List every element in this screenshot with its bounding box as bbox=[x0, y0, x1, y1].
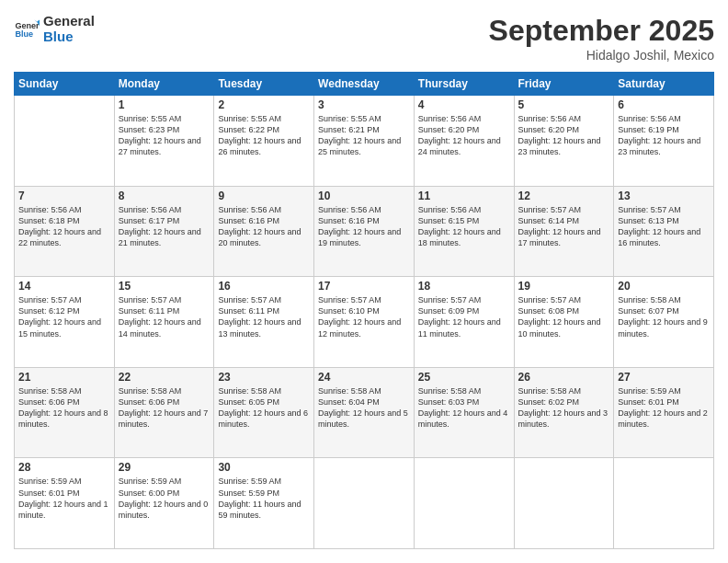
cell-info: Sunrise: 5:57 AMSunset: 6:09 PMDaylight:… bbox=[418, 294, 510, 339]
table-row: 9Sunrise: 5:56 AMSunset: 6:16 PMDaylight… bbox=[214, 186, 314, 277]
table-row: 7Sunrise: 5:56 AMSunset: 6:18 PMDaylight… bbox=[15, 186, 115, 277]
cell-info: Sunrise: 5:55 AMSunset: 6:21 PMDaylight:… bbox=[318, 113, 410, 158]
cell-info: Sunrise: 5:57 AMSunset: 6:11 PMDaylight:… bbox=[218, 294, 310, 339]
table-row: 2Sunrise: 5:55 AMSunset: 6:22 PMDaylight… bbox=[214, 96, 314, 187]
header: General Blue General Blue September 2025… bbox=[14, 14, 714, 63]
cell-info: Sunrise: 5:56 AMSunset: 6:20 PMDaylight:… bbox=[418, 113, 510, 158]
day-number: 25 bbox=[418, 371, 510, 384]
cell-info: Sunrise: 5:57 AMSunset: 6:13 PMDaylight:… bbox=[618, 204, 710, 249]
day-number: 24 bbox=[318, 371, 410, 384]
table-row: 1Sunrise: 5:55 AMSunset: 6:23 PMDaylight… bbox=[114, 96, 214, 187]
month-title: September 2025 bbox=[489, 14, 714, 48]
cell-info: Sunrise: 5:57 AMSunset: 6:10 PMDaylight:… bbox=[318, 294, 410, 339]
cell-info: Sunrise: 5:55 AMSunset: 6:22 PMDaylight:… bbox=[218, 113, 310, 158]
svg-text:General: General bbox=[15, 20, 40, 29]
day-number: 21 bbox=[18, 371, 110, 384]
day-number: 13 bbox=[618, 190, 710, 202]
day-number: 29 bbox=[119, 461, 210, 474]
table-row: 4Sunrise: 5:56 AMSunset: 6:20 PMDaylight… bbox=[414, 96, 514, 187]
cell-info: Sunrise: 5:56 AMSunset: 6:20 PMDaylight:… bbox=[518, 113, 610, 158]
day-number: 1 bbox=[119, 98, 210, 111]
cell-info: Sunrise: 5:55 AMSunset: 6:23 PMDaylight:… bbox=[119, 113, 210, 158]
calendar-week-row: 1Sunrise: 5:55 AMSunset: 6:23 PMDaylight… bbox=[15, 96, 714, 187]
logo-blue: Blue bbox=[43, 29, 95, 45]
col-monday: Monday bbox=[114, 73, 214, 96]
table-row: 19Sunrise: 5:57 AMSunset: 6:08 PMDayligh… bbox=[514, 277, 614, 368]
table-row: 30Sunrise: 5:59 AMSunset: 5:59 PMDayligh… bbox=[214, 458, 314, 549]
calendar-week-row: 28Sunrise: 5:59 AMSunset: 6:01 PMDayligh… bbox=[15, 458, 714, 549]
table-row bbox=[15, 96, 115, 187]
calendar-week-row: 7Sunrise: 5:56 AMSunset: 6:18 PMDaylight… bbox=[15, 186, 714, 277]
cell-info: Sunrise: 5:57 AMSunset: 6:12 PMDaylight:… bbox=[18, 294, 110, 339]
cell-info: Sunrise: 5:56 AMSunset: 6:17 PMDaylight:… bbox=[119, 204, 210, 249]
cell-info: Sunrise: 5:58 AMSunset: 6:05 PMDaylight:… bbox=[218, 385, 310, 431]
day-number: 12 bbox=[518, 190, 610, 202]
table-row: 18Sunrise: 5:57 AMSunset: 6:09 PMDayligh… bbox=[414, 277, 514, 368]
day-number: 28 bbox=[18, 461, 110, 474]
table-row: 22Sunrise: 5:58 AMSunset: 6:06 PMDayligh… bbox=[114, 367, 214, 458]
table-row bbox=[414, 458, 514, 549]
day-number: 2 bbox=[218, 98, 310, 111]
day-number: 19 bbox=[518, 280, 610, 293]
day-number: 9 bbox=[218, 190, 310, 202]
day-number: 14 bbox=[18, 280, 110, 293]
day-number: 4 bbox=[418, 98, 510, 111]
day-number: 22 bbox=[119, 371, 210, 384]
cell-info: Sunrise: 5:58 AMSunset: 6:06 PMDaylight:… bbox=[119, 385, 210, 431]
day-number: 16 bbox=[218, 280, 310, 293]
table-row: 15Sunrise: 5:57 AMSunset: 6:11 PMDayligh… bbox=[114, 277, 214, 368]
col-sunday: Sunday bbox=[15, 73, 115, 96]
calendar-week-row: 14Sunrise: 5:57 AMSunset: 6:12 PMDayligh… bbox=[15, 277, 714, 368]
cell-info: Sunrise: 5:58 AMSunset: 6:07 PMDaylight:… bbox=[618, 294, 710, 339]
col-friday: Friday bbox=[514, 73, 614, 96]
table-row: 16Sunrise: 5:57 AMSunset: 6:11 PMDayligh… bbox=[214, 277, 314, 368]
table-row bbox=[514, 458, 614, 549]
table-row bbox=[314, 458, 415, 549]
col-tuesday: Tuesday bbox=[214, 73, 314, 96]
calendar-week-row: 21Sunrise: 5:58 AMSunset: 6:06 PMDayligh… bbox=[15, 367, 714, 458]
page: General Blue General Blue September 2025… bbox=[0, 0, 728, 563]
day-number: 20 bbox=[618, 280, 710, 293]
table-row: 12Sunrise: 5:57 AMSunset: 6:14 PMDayligh… bbox=[514, 186, 614, 277]
day-number: 17 bbox=[318, 280, 410, 293]
day-number: 6 bbox=[618, 98, 710, 111]
cell-info: Sunrise: 5:59 AMSunset: 5:59 PMDaylight:… bbox=[218, 476, 310, 521]
cell-info: Sunrise: 5:58 AMSunset: 6:04 PMDaylight:… bbox=[318, 385, 410, 431]
table-row: 25Sunrise: 5:58 AMSunset: 6:03 PMDayligh… bbox=[414, 367, 514, 458]
day-number: 3 bbox=[318, 98, 410, 111]
cell-info: Sunrise: 5:56 AMSunset: 6:16 PMDaylight:… bbox=[318, 204, 410, 249]
cell-info: Sunrise: 5:58 AMSunset: 6:02 PMDaylight:… bbox=[518, 385, 610, 431]
day-number: 26 bbox=[518, 371, 610, 384]
table-row: 28Sunrise: 5:59 AMSunset: 6:01 PMDayligh… bbox=[15, 458, 115, 549]
table-row: 27Sunrise: 5:59 AMSunset: 6:01 PMDayligh… bbox=[614, 367, 714, 458]
svg-text:Blue: Blue bbox=[15, 29, 33, 39]
cell-info: Sunrise: 5:56 AMSunset: 6:18 PMDaylight:… bbox=[18, 204, 110, 249]
table-row: 29Sunrise: 5:59 AMSunset: 6:00 PMDayligh… bbox=[114, 458, 214, 549]
table-row: 21Sunrise: 5:58 AMSunset: 6:06 PMDayligh… bbox=[15, 367, 115, 458]
table-row: 3Sunrise: 5:55 AMSunset: 6:21 PMDaylight… bbox=[314, 96, 415, 187]
day-number: 30 bbox=[218, 461, 310, 474]
logo-general: General bbox=[43, 14, 95, 29]
location: Hidalgo Joshil, Mexico bbox=[489, 48, 714, 63]
day-number: 10 bbox=[318, 190, 410, 202]
cell-info: Sunrise: 5:59 AMSunset: 6:00 PMDaylight:… bbox=[119, 476, 210, 521]
day-number: 15 bbox=[119, 280, 210, 293]
day-number: 11 bbox=[418, 190, 510, 202]
cell-info: Sunrise: 5:58 AMSunset: 6:03 PMDaylight:… bbox=[418, 385, 510, 431]
day-number: 23 bbox=[218, 371, 310, 384]
table-row: 26Sunrise: 5:58 AMSunset: 6:02 PMDayligh… bbox=[514, 367, 614, 458]
cell-info: Sunrise: 5:56 AMSunset: 6:16 PMDaylight:… bbox=[218, 204, 310, 249]
cell-info: Sunrise: 5:57 AMSunset: 6:08 PMDaylight:… bbox=[518, 294, 610, 339]
cell-info: Sunrise: 5:58 AMSunset: 6:06 PMDaylight:… bbox=[18, 385, 110, 431]
day-number: 18 bbox=[418, 280, 510, 293]
table-row: 14Sunrise: 5:57 AMSunset: 6:12 PMDayligh… bbox=[15, 277, 115, 368]
cell-info: Sunrise: 5:56 AMSunset: 6:19 PMDaylight:… bbox=[618, 113, 710, 158]
table-row: 11Sunrise: 5:56 AMSunset: 6:15 PMDayligh… bbox=[414, 186, 514, 277]
table-row: 8Sunrise: 5:56 AMSunset: 6:17 PMDaylight… bbox=[114, 186, 214, 277]
logo-icon: General Blue bbox=[14, 17, 40, 42]
table-row: 10Sunrise: 5:56 AMSunset: 6:16 PMDayligh… bbox=[314, 186, 415, 277]
day-number: 27 bbox=[618, 371, 710, 384]
logo: General Blue General Blue bbox=[14, 14, 95, 44]
cell-info: Sunrise: 5:57 AMSunset: 6:11 PMDaylight:… bbox=[119, 294, 210, 339]
cell-info: Sunrise: 5:56 AMSunset: 6:15 PMDaylight:… bbox=[418, 204, 510, 249]
